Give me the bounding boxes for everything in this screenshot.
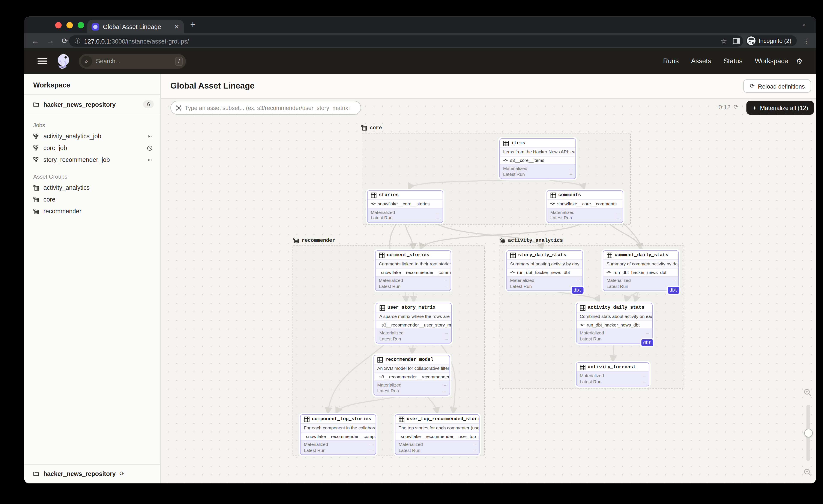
asset-filter-input-wrap (170, 101, 361, 115)
sidebar-repository[interactable]: hacker_news_repository 6 (24, 95, 160, 114)
dbt-badge: dbt (572, 287, 584, 294)
asset-group-icon (33, 196, 39, 202)
timer-refresh-icon[interactable]: ⟳ (733, 104, 738, 111)
forward-button[interactable]: → (47, 37, 54, 45)
tab-strip: Global Asset Lineage ✕ + ⌄ (24, 17, 816, 33)
storage-key-icon (580, 322, 585, 327)
table-icon (550, 192, 556, 198)
search-icon: ⌕ (81, 55, 93, 67)
dbt-badge: dbt (642, 339, 653, 346)
browser-tab[interactable]: Global Asset Lineage ✕ (88, 20, 184, 33)
group-label-activity-analytics[interactable]: activity_analytics (499, 237, 563, 243)
asset-node-user-top-recommended-stories[interactable]: user_top_recommended_stories The top sto… (395, 414, 480, 455)
asset-group-icon (361, 125, 367, 131)
asset-node-stories[interactable]: stories snowflake__core__stories Materia… (367, 190, 443, 223)
zoom-out-icon[interactable] (804, 468, 812, 477)
asset-node-comments[interactable]: comments snowflake__core__comments Mater… (546, 190, 623, 223)
side-panel-icon[interactable] (733, 38, 740, 44)
refresh-icon: ⟳ (750, 82, 755, 90)
nav-runs[interactable]: Runs (663, 57, 679, 65)
sidebar-footer-repository[interactable]: hacker_news_repository ⟳ (24, 464, 160, 483)
storage-key-icon (550, 201, 555, 206)
lineage-canvas[interactable]: core items Items from the Hacker News AP… (161, 99, 816, 483)
asset-node-items[interactable]: items Items from the Hacker News API: ea… (499, 138, 576, 179)
global-search-input[interactable]: ⌕ Search... / (79, 54, 186, 68)
materialize-sparkle-icon: ✦ (752, 105, 757, 111)
incognito-badge[interactable]: Incognito (2) (746, 35, 797, 46)
page-header: Global Asset Lineage ⟳ Reload definition… (161, 74, 816, 99)
search-placeholder: Search... (96, 58, 175, 64)
asset-node-component-top-stories[interactable]: component_top_stories For each component… (300, 414, 376, 455)
workspace-sidebar: Workspace hacker_news_repository 6 Jobs … (24, 74, 161, 483)
settings-gear-icon[interactable]: ⚙ (796, 48, 803, 74)
sensor-icon (147, 133, 153, 139)
sidebar-item-group-activity-analytics[interactable]: activity_analytics (24, 182, 160, 194)
asset-node-comment-stories[interactable]: comment_stories Comments linked to their… (375, 250, 451, 291)
search-shortcut-badge: / (175, 56, 183, 66)
tab-search-chevron-icon[interactable]: ⌄ (801, 20, 806, 27)
sidebar-item-core-job[interactable]: core_job (24, 142, 160, 154)
storage-key-icon (371, 201, 376, 206)
asset-group-icon (33, 185, 39, 191)
close-window-button[interactable] (55, 22, 62, 28)
table-icon (580, 364, 586, 370)
table-icon (399, 416, 404, 422)
tab-close-icon[interactable]: ✕ (174, 23, 179, 30)
repo-refresh-icon[interactable]: ⟳ (119, 470, 124, 477)
materialize-all-button[interactable]: ✦ Materialize all (12) (747, 101, 814, 115)
asset-node-activity-forecast[interactable]: activity_forecast Materialized– Latest R… (576, 362, 650, 386)
bookmark-star-icon[interactable]: ☆ (721, 37, 727, 45)
nav-assets[interactable]: Assets (691, 57, 711, 65)
minimize-window-button[interactable] (66, 22, 73, 28)
table-icon (607, 252, 613, 258)
new-tab-button[interactable]: + (190, 19, 196, 30)
group-label-recommender[interactable]: recommender (293, 237, 335, 243)
sidebar-item-group-core[interactable]: core (24, 194, 160, 205)
asset-node-activity-daily-stats[interactable]: activity_daily_stats Combined stats abou… (576, 303, 653, 344)
browser-menu-icon[interactable]: ⋮ (803, 37, 810, 45)
asset-group-icon (293, 237, 299, 243)
asset-node-story-daily-stats[interactable]: story_daily_stats Summary of posting act… (506, 250, 583, 291)
dbt-badge: dbt (668, 287, 679, 294)
sidebar-item-activity-analytics-job[interactable]: activity_analytics_job (24, 130, 160, 142)
refresh-timer: 0:12 (719, 104, 730, 111)
table-icon (379, 305, 385, 311)
hamburger-menu-icon[interactable] (37, 58, 47, 64)
url-text: 127.0.0.1:3000/instance/asset-groups/ (84, 38, 189, 44)
address-bar[interactable]: ⓘ 127.0.0.1:3000/instance/asset-groups/ (69, 35, 743, 47)
toolbar-right: ☆ Incognito (2) ⋮ (721, 33, 810, 48)
folder-icon (33, 102, 39, 108)
asset-filter-input[interactable] (185, 105, 356, 111)
group-label-core[interactable]: core (361, 125, 382, 131)
storage-key-icon (607, 270, 612, 274)
job-icon (33, 157, 39, 163)
table-icon (371, 192, 377, 198)
dagster-favicon-icon (92, 23, 99, 30)
screen: Global Asset Lineage ✕ + ⌄ ← → ⟳ ⓘ 127.0… (0, 0, 823, 504)
page-title: Global Asset Lineage (170, 81, 255, 91)
storage-key-icon (503, 158, 508, 162)
asset-node-user-story-matrix[interactable]: user_story_matrix A sparse matrix where … (376, 303, 452, 344)
table-icon (503, 140, 509, 146)
asset-node-comment-daily-stats[interactable]: comment_daily_stats Summary of comment a… (603, 250, 679, 291)
sidebar-heading: Workspace (24, 74, 160, 95)
nav-workspace[interactable]: Workspace (755, 57, 788, 65)
table-icon (510, 252, 516, 258)
zoom-slider-handle[interactable] (804, 429, 813, 437)
table-icon (379, 252, 385, 258)
sidebar-item-group-recommender[interactable]: recommender (24, 205, 160, 217)
job-icon (33, 145, 39, 151)
window-controls (55, 22, 84, 28)
site-info-icon[interactable]: ⓘ (74, 37, 80, 45)
incognito-icon (747, 36, 756, 45)
nav-status[interactable]: Status (723, 57, 743, 65)
browser-window: Global Asset Lineage ✕ + ⌄ ← → ⟳ ⓘ 127.0… (24, 17, 816, 484)
table-icon (580, 305, 586, 311)
zoom-in-icon[interactable] (804, 389, 812, 397)
reload-definitions-button[interactable]: ⟳ Reload definitions (743, 79, 811, 93)
sidebar-item-story-recommender-job[interactable]: story_recommender_job (24, 154, 160, 166)
back-button[interactable]: ← (32, 37, 39, 45)
reload-page-button[interactable]: ⟳ (62, 37, 68, 45)
zoom-window-button[interactable] (78, 22, 84, 28)
asset-node-recommender-model[interactable]: recommender_model An SVD model for colla… (373, 355, 450, 395)
